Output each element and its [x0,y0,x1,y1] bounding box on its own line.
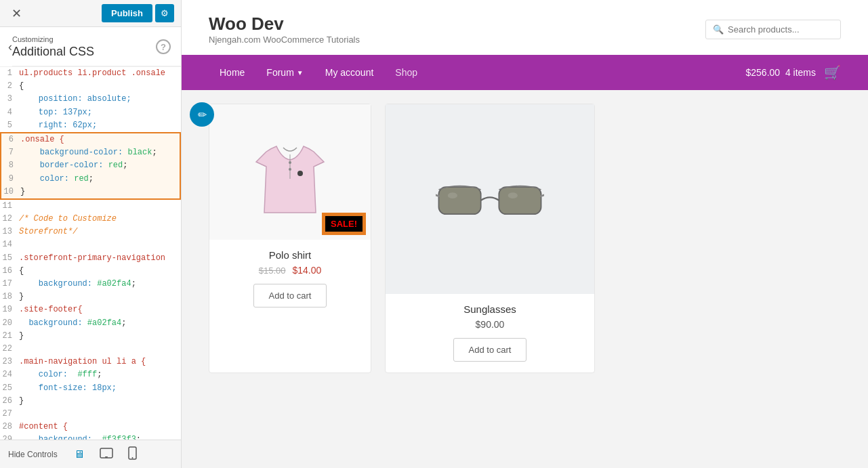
close-button[interactable]: ✕ [7,4,26,23]
code-line-16: 16 { [0,265,181,278]
code-line-23: 23 .main-navigation ul li a { [0,356,181,368]
product-image-polo-shirt: SALE! [209,104,371,240]
code-editor[interactable]: 1 ul.products li.product .onsale 2 { 3 p… [0,67,181,440]
left-panel: ✕ Publish ⚙ ‹ Customizing Additional CSS… [0,0,182,468]
code-line-27: 27 [0,408,181,421]
bottom-bar: Hide Controls 🖥 [0,440,181,468]
desktop-view-button[interactable]: 🖥 [70,446,89,463]
site-branding: Woo Dev Njengah.com WooCommerce Tutorial… [209,14,360,45]
publish-button[interactable]: Publish [102,4,152,22]
site-title: Woo Dev [209,14,360,35]
search-icon: 🔍 [713,24,724,35]
nav-item-shop[interactable]: Shop [384,56,428,89]
search-box[interactable]: 🔍 [705,20,841,39]
product-name-polo: Polo shirt [219,249,361,261]
product-price-polo: $15.00 $14.00 [219,265,361,276]
customizing-header: Customizing Additional CSS ? [12,27,181,66]
code-line-6: 6 .onsale { [1,133,180,146]
nav-item-home[interactable]: Home [209,56,255,89]
sunglasses-image [436,169,544,230]
product-price-sunglasses: $90.00 [395,319,585,330]
product-card-polo-shirt: SALE! Polo shirt $15.00 $14.00 Add to ca… [209,104,371,373]
code-line-18: 18 } [0,291,181,303]
svg-rect-10 [438,187,480,214]
code-line-19: 19 .site-footer{ [0,303,181,316]
hide-controls-label: Hide Controls [8,450,58,459]
product-card-sunglasses: Sunglasses $90.00 Add to cart [385,104,595,373]
svg-rect-0 [100,448,112,458]
svg-point-9 [297,171,303,176]
svg-point-7 [289,161,291,164]
forum-dropdown-icon: ▼ [297,69,304,77]
customizing-label: Customizing [12,35,94,43]
code-line-12: 12 /* Code to Customize [0,213,181,226]
code-line-14: 14 [0,238,181,251]
highlight-block: 6 .onsale { 7 background-color: black; 8… [0,132,181,200]
code-line-28: 28 #content { [0,421,181,433]
code-line-29: 29 background: #f3f3f3; [0,433,181,440]
nav-left: Home Forum ▼ My account Shop [209,56,428,89]
site-navigation: Home Forum ▼ My account Shop $256.00 4 i… [182,55,868,90]
code-line-25: 25 font-size: 18px; [0,382,181,395]
mobile-view-button[interactable] [124,444,141,465]
gear-button[interactable]: ⚙ [155,4,174,22]
code-line-17: 17 background: #a02fa4; [0,278,181,291]
code-line-3: 3 position: absolute; [0,93,181,106]
product-info-polo: Polo shirt $15.00 $14.00 Add to cart [209,240,371,318]
tablet-view-button[interactable] [96,445,117,464]
add-to-cart-sunglasses[interactable]: Add to cart [453,338,527,362]
nav-item-myaccount[interactable]: My account [314,56,385,89]
svg-point-3 [131,457,133,459]
product-info-sunglasses: Sunglasses $90.00 Add to cart [386,294,594,373]
svg-point-15 [508,192,518,198]
code-line-4: 4 top: 137px; [0,106,181,119]
product-image-sunglasses [386,104,594,294]
site-header: Woo Dev Njengah.com WooCommerce Tutorial… [182,0,868,55]
code-line-9: 9 color: red; [1,173,180,186]
polo-shirt-image [249,125,331,219]
svg-rect-11 [499,187,541,214]
code-line-1: 1 ul.products li.product .onsale [0,67,181,80]
right-panel: Woo Dev Njengah.com WooCommerce Tutorial… [182,0,868,468]
search-input[interactable] [728,24,833,35]
top-bar: ✕ Publish ⚙ [0,0,181,27]
code-line-2: 2 { [0,80,181,93]
product-old-price-polo: $15.00 [259,265,286,276]
product-name-sunglasses: Sunglasses [395,303,585,315]
help-button[interactable]: ? [156,39,171,54]
nav-item-forum[interactable]: Forum ▼ [255,56,314,89]
code-line-22: 22 [0,343,181,356]
back-button[interactable]: ‹ [0,27,12,66]
code-line-13: 13 Storefront*/ [0,226,181,238]
svg-rect-1 [105,456,108,458]
svg-point-8 [289,168,291,171]
code-line-11: 11 [0,200,181,213]
code-line-26: 26 } [0,395,181,408]
product-single-price-sunglasses: $90.00 [476,319,505,330]
product-new-price-polo: $14.00 [292,265,321,276]
cart-icon[interactable]: 🛒 [824,64,841,81]
code-line-7: 7 background-color: black; [1,146,180,159]
code-line-10: 10 } [1,186,180,198]
top-bar-left: ✕ [7,4,26,23]
nav-right: $256.00 4 items 🛒 [745,64,841,81]
code-line-15: 15 .storefront-primary-navigation [0,252,181,265]
sale-badge-polo: SALE! [324,215,364,233]
cart-amount: $256.00 4 items [745,67,816,78]
customize-pencil-button[interactable]: ✏ [190,102,214,127]
site-tagline: Njengah.com WooCommerce Tutorials [209,35,360,45]
add-to-cart-polo[interactable]: Add to cart [253,284,327,307]
svg-point-14 [448,192,457,198]
customizing-title: Additional CSS [12,45,94,59]
products-area: SALE! Polo shirt $15.00 $14.00 Add to ca… [182,90,868,393]
customizing-info: Customizing Additional CSS [12,35,94,59]
code-line-21: 21 } [0,330,181,343]
code-line-20: 20 background: #a02fa4; [0,317,181,330]
code-line-5: 5 right: 62px; [0,119,181,132]
code-line-8: 8 border-color: red; [1,159,180,172]
code-line-24: 24 color: #fff; [0,368,181,381]
